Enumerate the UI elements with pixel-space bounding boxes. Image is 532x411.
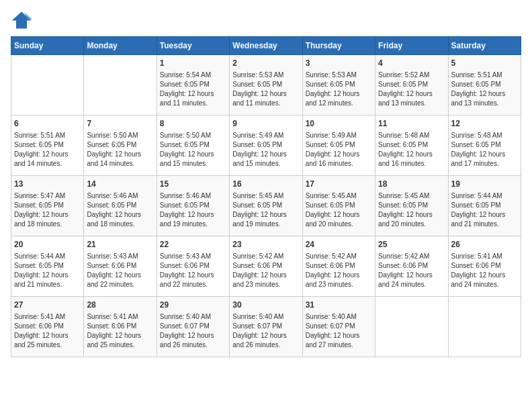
svg-marker-0 (12, 12, 32, 29)
day-number: 4 (378, 58, 445, 69)
day-detail: Sunrise: 5:52 AM Sunset: 6:05 PM Dayligh… (378, 71, 445, 108)
day-number: 3 (306, 58, 372, 69)
calendar-cell: 20Sunrise: 5:44 AM Sunset: 6:05 PM Dayli… (11, 236, 84, 297)
calendar-cell: 2Sunrise: 5:53 AM Sunset: 6:05 PM Daylig… (230, 55, 302, 116)
calendar-cell: 9Sunrise: 5:49 AM Sunset: 6:05 PM Daylig… (230, 116, 302, 176)
day-number: 18 (378, 179, 445, 190)
day-number: 25 (378, 239, 445, 250)
day-detail: Sunrise: 5:49 AM Sunset: 6:05 PM Dayligh… (232, 131, 299, 169)
day-detail: Sunrise: 5:41 AM Sunset: 6:06 PM Dayligh… (451, 252, 518, 289)
day-detail: Sunrise: 5:42 AM Sunset: 6:06 PM Dayligh… (232, 252, 299, 289)
calendar-body: 1Sunrise: 5:54 AM Sunset: 6:05 PM Daylig… (11, 55, 521, 357)
day-number: 16 (232, 179, 299, 190)
calendar-cell: 28Sunrise: 5:41 AM Sunset: 6:06 PM Dayli… (84, 297, 157, 357)
calendar-cell: 22Sunrise: 5:43 AM Sunset: 6:06 PM Dayli… (157, 236, 229, 297)
page-header (11, 11, 521, 30)
calendar-week-row: 6Sunrise: 5:51 AM Sunset: 6:05 PM Daylig… (11, 116, 521, 176)
calendar-cell: 4Sunrise: 5:52 AM Sunset: 6:05 PM Daylig… (375, 55, 448, 116)
day-number: 17 (306, 179, 372, 190)
day-detail: Sunrise: 5:54 AM Sunset: 6:05 PM Dayligh… (160, 71, 226, 108)
calendar-cell: 31Sunrise: 5:40 AM Sunset: 6:07 PM Dayli… (302, 297, 375, 357)
day-number: 26 (451, 239, 518, 250)
day-number: 22 (160, 239, 226, 250)
day-number: 31 (306, 300, 372, 311)
calendar-cell: 25Sunrise: 5:42 AM Sunset: 6:06 PM Dayli… (375, 236, 448, 297)
calendar-cell (375, 297, 448, 357)
day-detail: Sunrise: 5:48 AM Sunset: 6:05 PM Dayligh… (451, 131, 518, 169)
day-number: 29 (160, 300, 226, 311)
dow-header: Sunday (11, 37, 84, 55)
day-detail: Sunrise: 5:40 AM Sunset: 6:07 PM Dayligh… (232, 312, 299, 350)
calendar-cell: 19Sunrise: 5:44 AM Sunset: 6:05 PM Dayli… (448, 176, 521, 236)
day-detail: Sunrise: 5:41 AM Sunset: 6:06 PM Dayligh… (87, 312, 153, 350)
day-number: 14 (87, 179, 153, 190)
day-number: 8 (160, 118, 226, 130)
calendar-cell (84, 55, 157, 116)
day-detail: Sunrise: 5:44 AM Sunset: 6:05 PM Dayligh… (14, 252, 81, 289)
calendar-cell: 16Sunrise: 5:45 AM Sunset: 6:05 PM Dayli… (230, 176, 302, 236)
logo (11, 11, 35, 30)
calendar-cell: 11Sunrise: 5:48 AM Sunset: 6:05 PM Dayli… (375, 116, 448, 176)
calendar-cell: 1Sunrise: 5:54 AM Sunset: 6:05 PM Daylig… (157, 55, 229, 116)
day-number: 23 (232, 239, 299, 250)
day-detail: Sunrise: 5:42 AM Sunset: 6:06 PM Dayligh… (378, 252, 445, 289)
day-number: 13 (14, 179, 81, 190)
calendar-cell: 5Sunrise: 5:51 AM Sunset: 6:05 PM Daylig… (448, 55, 521, 116)
calendar-cell: 17Sunrise: 5:45 AM Sunset: 6:05 PM Dayli… (302, 176, 375, 236)
day-detail: Sunrise: 5:46 AM Sunset: 6:05 PM Dayligh… (87, 191, 153, 229)
calendar-cell: 14Sunrise: 5:46 AM Sunset: 6:05 PM Dayli… (84, 176, 157, 236)
day-detail: Sunrise: 5:44 AM Sunset: 6:05 PM Dayligh… (451, 191, 518, 229)
day-detail: Sunrise: 5:51 AM Sunset: 6:05 PM Dayligh… (451, 71, 518, 108)
day-detail: Sunrise: 5:48 AM Sunset: 6:05 PM Dayligh… (378, 131, 445, 169)
day-number: 21 (87, 239, 153, 250)
dow-header: Saturday (448, 37, 521, 55)
calendar-cell: 23Sunrise: 5:42 AM Sunset: 6:06 PM Dayli… (230, 236, 302, 297)
calendar-week-row: 13Sunrise: 5:47 AM Sunset: 6:05 PM Dayli… (11, 176, 521, 236)
day-detail: Sunrise: 5:40 AM Sunset: 6:07 PM Dayligh… (160, 312, 226, 350)
calendar-week-row: 27Sunrise: 5:41 AM Sunset: 6:06 PM Dayli… (11, 297, 521, 357)
calendar-cell: 15Sunrise: 5:46 AM Sunset: 6:05 PM Dayli… (157, 176, 229, 236)
day-number: 5 (451, 58, 518, 69)
day-detail: Sunrise: 5:43 AM Sunset: 6:06 PM Dayligh… (160, 252, 226, 289)
day-detail: Sunrise: 5:43 AM Sunset: 6:06 PM Dayligh… (87, 252, 153, 289)
day-number: 6 (14, 118, 81, 130)
calendar-cell (11, 55, 84, 116)
calendar-cell: 12Sunrise: 5:48 AM Sunset: 6:05 PM Dayli… (448, 116, 521, 176)
calendar-cell: 24Sunrise: 5:42 AM Sunset: 6:06 PM Dayli… (302, 236, 375, 297)
day-detail: Sunrise: 5:53 AM Sunset: 6:05 PM Dayligh… (232, 71, 299, 108)
calendar-week-row: 1Sunrise: 5:54 AM Sunset: 6:05 PM Daylig… (11, 55, 521, 116)
dow-header: Monday (84, 37, 157, 55)
day-number: 9 (232, 118, 299, 130)
day-detail: Sunrise: 5:42 AM Sunset: 6:06 PM Dayligh… (306, 252, 372, 289)
calendar-cell: 30Sunrise: 5:40 AM Sunset: 6:07 PM Dayli… (230, 297, 302, 357)
calendar-cell: 8Sunrise: 5:50 AM Sunset: 6:05 PM Daylig… (157, 116, 229, 176)
day-number: 2 (232, 58, 299, 69)
day-number: 20 (14, 239, 81, 250)
dow-header: Thursday (302, 37, 375, 55)
calendar-cell: 7Sunrise: 5:50 AM Sunset: 6:05 PM Daylig… (84, 116, 157, 176)
day-number: 10 (306, 118, 372, 130)
day-number: 27 (14, 300, 81, 311)
day-number: 30 (232, 300, 299, 311)
calendar-cell: 21Sunrise: 5:43 AM Sunset: 6:06 PM Dayli… (84, 236, 157, 297)
day-detail: Sunrise: 5:45 AM Sunset: 6:05 PM Dayligh… (378, 191, 445, 229)
day-number: 11 (378, 118, 445, 130)
day-detail: Sunrise: 5:46 AM Sunset: 6:05 PM Dayligh… (160, 191, 226, 229)
dow-header: Tuesday (157, 37, 229, 55)
day-detail: Sunrise: 5:53 AM Sunset: 6:05 PM Dayligh… (306, 71, 372, 108)
day-detail: Sunrise: 5:51 AM Sunset: 6:05 PM Dayligh… (14, 131, 81, 169)
calendar-cell: 29Sunrise: 5:40 AM Sunset: 6:07 PM Dayli… (157, 297, 229, 357)
calendar-cell (448, 297, 521, 357)
day-detail: Sunrise: 5:41 AM Sunset: 6:06 PM Dayligh… (14, 312, 81, 350)
logo-icon (11, 11, 32, 30)
day-number: 12 (451, 118, 518, 130)
calendar-cell: 27Sunrise: 5:41 AM Sunset: 6:06 PM Dayli… (11, 297, 84, 357)
calendar-cell: 26Sunrise: 5:41 AM Sunset: 6:06 PM Dayli… (448, 236, 521, 297)
day-detail: Sunrise: 5:40 AM Sunset: 6:07 PM Dayligh… (306, 312, 372, 350)
day-detail: Sunrise: 5:49 AM Sunset: 6:05 PM Dayligh… (306, 131, 372, 169)
day-number: 7 (87, 118, 153, 130)
calendar-table: SundayMondayTuesdayWednesdayThursdayFrid… (11, 36, 521, 357)
day-detail: Sunrise: 5:50 AM Sunset: 6:05 PM Dayligh… (160, 131, 226, 169)
day-number: 15 (160, 179, 226, 190)
calendar-cell: 18Sunrise: 5:45 AM Sunset: 6:05 PM Dayli… (375, 176, 448, 236)
